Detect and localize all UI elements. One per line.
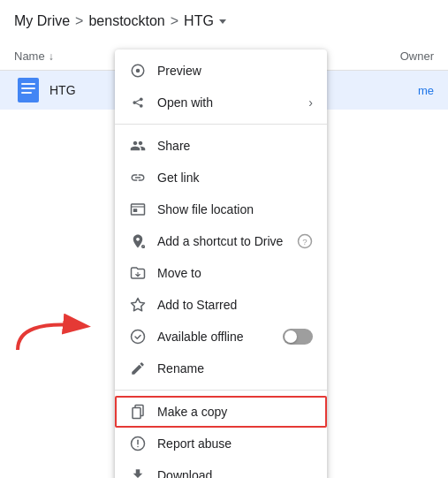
file-owner: me [363,84,434,97]
preview-icon [129,62,147,80]
name-label: Name [14,49,45,63]
make-copy-label: Make a copy [157,405,313,419]
svg-rect-12 [133,209,138,212]
sort-icon[interactable]: ↓ [49,50,54,63]
shortcut-help-icon: ? [297,233,313,249]
svg-rect-2 [21,87,35,89]
svg-point-8 [140,104,143,108]
offline-icon [129,328,147,345]
owner-label: Owner [400,49,434,63]
svg-rect-0 [18,78,39,102]
menu-item-share[interactable]: Share [115,130,327,162]
download-label: Download [157,468,313,478]
menu-item-get-link[interactable]: Get link [115,162,327,193]
offline-label: Available offline [157,330,272,344]
download-icon [129,467,147,478]
svg-point-5 [136,69,140,73]
svg-line-10 [136,103,140,105]
breadcrumb-sep2: > [171,13,178,29]
svg-point-21 [137,446,139,448]
share-icon [129,137,147,155]
red-arrow [9,301,97,354]
menu-item-preview[interactable]: Preview [115,55,327,87]
share-label: Share [157,139,313,153]
move-to-label: Move to [157,266,313,280]
menu-item-report-abuse[interactable]: Report abuse [115,428,327,459]
svg-point-7 [140,97,143,101]
menu-item-starred[interactable]: Add to Starred [115,289,327,321]
breadcrumb-sep1: > [75,13,83,29]
get-link-label: Get link [157,171,313,185]
svg-rect-18 [133,408,140,419]
starred-label: Add to Starred [157,298,313,312]
show-location-label: Show file location [157,202,313,216]
svg-line-9 [136,100,140,102]
context-menu: Preview Open with › Share [115,49,327,478]
rename-icon [129,360,147,377]
menu-item-open-with[interactable]: Open with › [115,87,327,118]
star-icon [129,296,147,314]
breadcrumb-drive[interactable]: My Drive [14,13,70,29]
add-shortcut-label: Add a shortcut to Drive [157,234,286,248]
menu-item-download[interactable]: Download [115,459,327,478]
open-with-arrow: › [308,95,313,110]
show-location-icon [129,201,147,218]
open-with-label: Open with [157,95,298,110]
breadcrumb-dropdown-icon[interactable] [219,19,226,24]
menu-item-make-copy[interactable]: Make a copy [115,396,327,428]
breadcrumb-current[interactable]: HTG [184,13,226,29]
menu-item-move-to[interactable]: Move to [115,257,327,289]
get-link-icon [129,169,147,186]
svg-rect-1 [21,83,35,85]
menu-item-add-shortcut[interactable]: Add a shortcut to Drive ? [115,225,327,257]
rename-label: Rename [157,361,313,376]
col-owner-header: Owner [363,49,434,63]
report-abuse-label: Report abuse [157,436,313,451]
file-icon [14,76,42,104]
make-copy-icon [129,403,147,421]
report-abuse-icon [129,435,147,452]
move-to-icon [129,264,147,282]
menu-item-offline[interactable]: Available offline [115,321,327,353]
breadcrumb-folder[interactable]: benstockton [88,13,164,29]
divider-1 [115,124,327,125]
add-shortcut-icon [129,232,147,250]
menu-item-show-location[interactable]: Show file location [115,193,327,225]
divider-2 [115,390,327,391]
menu-item-rename[interactable]: Rename [115,353,327,384]
svg-text:?: ? [302,237,308,247]
breadcrumb: My Drive > benstockton > HTG [0,0,448,42]
svg-point-6 [133,101,136,104]
svg-rect-3 [21,92,32,94]
svg-point-16 [132,330,145,344]
open-with-icon [129,94,147,111]
preview-label: Preview [157,64,313,78]
offline-toggle[interactable] [283,329,313,345]
breadcrumb-current-label: HTG [184,13,214,29]
